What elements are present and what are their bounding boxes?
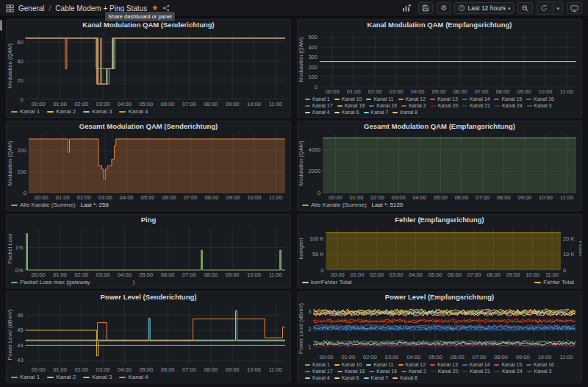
- panel-title[interactable]: Gesamt Modulation QAM (Empfangsrichtung): [298, 121, 581, 131]
- legend-label: Fehler Total: [543, 279, 574, 286]
- legend-item[interactable]: Alle Kanäle (Summe)Last *: 256: [11, 202, 109, 209]
- legend-item[interactable]: Kanal 6: [334, 109, 359, 116]
- legend-label: Kanal 18: [345, 368, 365, 374]
- legend-item[interactable]: Kanal 21: [462, 102, 490, 109]
- legend-item[interactable]: Kanal 13: [430, 361, 458, 368]
- legend-item[interactable]: Kanal 8: [392, 374, 417, 381]
- legend-item[interactable]: Kanal 4: [119, 108, 148, 116]
- scrollbar-thumb[interactable]: [0, 20, 2, 31]
- legend-item[interactable]: Kanal 1: [11, 108, 40, 116]
- panel-title[interactable]: Power Level (Senderichtung): [7, 292, 290, 302]
- legend-item[interactable]: Kanal 17: [305, 368, 333, 374]
- legend-item[interactable]: Kanal 16: [526, 96, 554, 102]
- legend-item[interactable]: Kanal 11: [366, 96, 393, 102]
- svg-text:44: 44: [17, 342, 23, 349]
- legend-item[interactable]: Kanal 24: [495, 368, 523, 374]
- legend-label: Kanal 24: [502, 368, 523, 374]
- legend-swatch: [364, 377, 369, 379]
- legend-value: Last *: 256: [81, 202, 109, 209]
- refresh-interval-caret[interactable]: ▾: [553, 2, 562, 14]
- time-range-button[interactable]: Last 12 hours ▾: [454, 2, 514, 14]
- legend-item[interactable]: Kanal 7: [364, 109, 389, 116]
- legend-label: Kanal 11: [373, 96, 393, 102]
- legend-item[interactable]: Kanal 3: [83, 374, 112, 381]
- legend-item[interactable]: Kanal 8: [392, 109, 417, 116]
- legend-swatch: [366, 99, 371, 100]
- tv-mode-button[interactable]: [567, 2, 582, 14]
- legend-item[interactable]: Kanal 3: [83, 108, 112, 116]
- legend-item[interactable]: Kanal 18: [337, 102, 365, 109]
- panel-title[interactable]: Gesamt Modulation QAM (Senderichtung): [7, 121, 290, 131]
- legend-item[interactable]: Kanal 1: [305, 96, 330, 102]
- legend-item[interactable]: Kanal 3: [527, 102, 552, 109]
- zoom-out-button[interactable]: [517, 2, 533, 14]
- legend-item[interactable]: Kanal 24: [495, 102, 523, 109]
- legend-item[interactable]: Kanal 14: [462, 361, 490, 368]
- settings-button[interactable]: ⚙: [437, 2, 451, 14]
- legend-item[interactable]: Kanal 17: [305, 102, 333, 109]
- svg-text:01:00: 01:00: [56, 194, 70, 201]
- svg-text:08:00: 08:00: [496, 88, 510, 95]
- legend-item[interactable]: Alle Kanäle (Summe)Last *: 5120: [302, 202, 403, 209]
- legend-item[interactable]: Kanal 15: [494, 96, 522, 102]
- legend-item[interactable]: Kanal 15: [494, 361, 522, 368]
- refresh-icon[interactable]: [537, 2, 551, 14]
- legend-item[interactable]: Kanal 2: [401, 102, 426, 109]
- legend-item[interactable]: Kanal 1: [11, 374, 40, 381]
- chart-canvas: 00:0001:0002:0003:0004:0005:0006:0007:00…: [7, 29, 290, 108]
- legend-item[interactable]: Kanal 13: [430, 96, 458, 102]
- legend-label: Kanal 1: [312, 361, 330, 368]
- legend-item[interactable]: Kanal 6: [334, 374, 359, 381]
- legend-item[interactable]: Kanal 4: [305, 109, 330, 116]
- legend-swatch: [47, 111, 54, 113]
- panel-title[interactable]: Fehler (Empfangsrichtung): [298, 215, 581, 224]
- legend-item[interactable]: Kanal 2: [47, 108, 76, 116]
- svg-text:43: 43: [17, 357, 23, 363]
- legend-item[interactable]: Kanal 2: [401, 368, 426, 374]
- legend-swatch: [494, 364, 499, 366]
- legend-swatch: [431, 371, 436, 372]
- legend-item[interactable]: Kanal 3: [527, 368, 552, 374]
- svg-text:07:00: 07:00: [182, 366, 196, 373]
- legend-item[interactable]: korrFehler Total: [302, 279, 351, 286]
- panel-title[interactable]: Power Level (Empfangsrichtung): [298, 292, 581, 302]
- legend-item[interactable]: Kanal 20: [431, 102, 459, 109]
- legend-item[interactable]: Kanal 7: [364, 374, 389, 381]
- breadcrumb-title[interactable]: Cable Modem + Ping Status: [55, 4, 147, 13]
- legend-item[interactable]: Kanal 1: [305, 361, 330, 368]
- refresh-button[interactable]: ▾: [537, 1, 563, 15]
- svg-text:07:00: 07:00: [475, 88, 489, 95]
- legend-item[interactable]: Kanal 11: [366, 361, 393, 368]
- star-icon[interactable]: ★: [151, 4, 158, 12]
- panel-title[interactable]: Ping: [7, 215, 290, 224]
- legend-item[interactable]: Kanal 4: [119, 374, 148, 381]
- analytics-icon[interactable]: [402, 4, 412, 13]
- dashboard-grid-icon[interactable]: [6, 4, 14, 13]
- legend-item[interactable]: Kanal 18: [337, 368, 365, 374]
- legend-item[interactable]: Kanal 19: [369, 368, 397, 374]
- legend-item[interactable]: Kanal 19: [369, 102, 397, 109]
- legend-item[interactable]: Kanal 14: [462, 96, 490, 102]
- legend-item[interactable]: Kanal 16: [526, 361, 554, 368]
- legend-item[interactable]: Kanal 20: [431, 368, 459, 374]
- legend-label: Kanal 6: [342, 374, 359, 381]
- legend-item[interactable]: Kanal 10: [334, 96, 362, 102]
- legend-item[interactable]: Kanal 4: [305, 374, 330, 381]
- share-icon[interactable]: [162, 4, 170, 12]
- svg-text:01:00: 01:00: [53, 101, 67, 107]
- legend-swatch: [119, 111, 126, 113]
- legend-item[interactable]: Kanal 21: [462, 368, 490, 374]
- legend-item[interactable]: Kanal 12: [398, 96, 426, 102]
- panel-title[interactable]: Kanal Modulation QAM (Empfangsrichtung): [298, 20, 581, 29]
- svg-text:11:00: 11:00: [269, 194, 282, 201]
- svg-text:10:00: 10:00: [247, 366, 261, 373]
- legend-item[interactable]: Kanal 10: [334, 361, 362, 368]
- breadcrumb-section[interactable]: General: [18, 4, 45, 13]
- legend-item[interactable]: Fehler Total: [534, 279, 574, 286]
- legend-swatch: [334, 112, 340, 113]
- legend-item[interactable]: Packet Loss max (gateway ): [11, 279, 135, 286]
- legend-label: Kanal 8: [400, 109, 417, 116]
- legend-item[interactable]: Kanal 2: [47, 374, 76, 381]
- legend-item[interactable]: Kanal 12: [398, 361, 426, 368]
- save-button[interactable]: [418, 2, 433, 14]
